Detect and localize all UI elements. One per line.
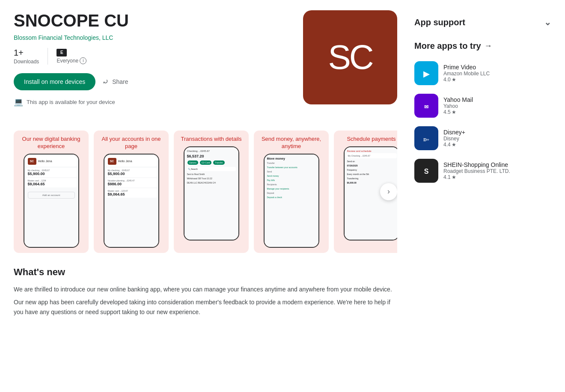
screenshot-card-4: Send money, anywhere, anytime Move money…	[254, 131, 329, 253]
screenshot-card-1: Our new digital banking experience SC He…	[14, 131, 89, 253]
screenshot-label-4: Send money, anywhere, anytime	[259, 136, 324, 150]
screenshot-label-3: Transactions with details	[181, 136, 242, 143]
app-developer[interactable]: Blossom Financial Technologies, LLC	[14, 34, 289, 41]
screenshots-next-button[interactable]: ›	[380, 183, 397, 200]
yahoo-mail-name: Yahoo Mail	[443, 96, 551, 103]
device-icon: 💻	[14, 97, 23, 107]
whats-new-section: What's new We are thrilled to introduce …	[14, 267, 397, 317]
shein-rating: 4.1 ★	[443, 174, 551, 180]
screenshot-label-1: Our new digital banking experience	[19, 136, 83, 150]
sidebar: App support ⌄ More apps to try → ▶ Prime…	[414, 10, 551, 330]
prime-logo-svg: ▶	[418, 65, 435, 82]
prime-video-rating: 4.0 ★	[443, 77, 551, 83]
prime-video-developer: Amazon Mobile LLC	[443, 71, 551, 77]
recommended-apps-list: ▶ Prime Video Amazon Mobile LLC 4.0 ★	[414, 58, 551, 186]
screenshot-phone-1: SC Hello Jena My checking ...0245.67 $5,…	[24, 154, 79, 248]
app-support-section: App support ⌄	[414, 17, 551, 27]
shein-icon: S	[414, 159, 438, 183]
app-support-chevron[interactable]: ⌄	[544, 17, 551, 27]
disney-star: ★	[452, 142, 456, 148]
shein-star: ★	[452, 174, 456, 180]
disney-developer: Disney	[443, 136, 551, 142]
svg-text:S: S	[424, 168, 429, 175]
app-info: SNOCOPE CU Blossom Financial Technologie…	[14, 10, 289, 120]
svg-text:▶: ▶	[423, 70, 430, 78]
disney-logo-svg: D+	[418, 130, 435, 147]
rating-stat: E Everyone i	[48, 49, 95, 64]
yahoo-mail-star: ★	[452, 109, 456, 115]
yahoo-logo-svg: ✉	[418, 97, 435, 114]
svg-text:D+: D+	[423, 137, 429, 142]
shein-info: SHEIN-Shopping Online Roadget Business P…	[443, 161, 551, 180]
svg-text:✉: ✉	[424, 104, 428, 110]
esrb-icon: E	[56, 49, 67, 56]
share-button[interactable]: ⤾ Share	[102, 77, 128, 86]
prime-video-info: Prime Video Amazon Mobile LLC 4.0 ★	[443, 64, 551, 83]
screenshot-phone-3: Checking ...0245.67 $6,537.20 Options CD…	[184, 146, 239, 241]
app-item-prime-video[interactable]: ▶ Prime Video Amazon Mobile LLC 4.0 ★	[414, 58, 551, 89]
prime-video-icon: ▶	[414, 61, 438, 85]
screenshots-container: Our new digital banking experience SC He…	[14, 131, 397, 253]
shein-logo-svg: S	[418, 162, 435, 179]
install-button[interactable]: Install on more devices	[14, 73, 95, 90]
yahoo-mail-developer: Yahoo	[443, 103, 551, 109]
whats-new-title: What's new	[14, 267, 397, 278]
screenshots-section: Our new digital banking experience SC He…	[14, 131, 397, 253]
main-content: SNOCOPE CU Blossom Financial Technologie…	[14, 10, 397, 330]
yahoo-mail-icon: ✉	[414, 94, 438, 118]
downloads-value: 1+	[14, 48, 39, 58]
prime-video-name: Prime Video	[443, 64, 551, 71]
disney-name: Disney+	[443, 129, 551, 136]
disney-icon: D+	[414, 126, 438, 150]
app-stats: 1+ Downloads E Everyone i	[14, 48, 289, 65]
prime-video-star: ★	[452, 77, 456, 83]
action-buttons: Install on more devices ⤾ Share	[14, 73, 289, 90]
screenshot-label-2: All your accounts in one page	[99, 136, 164, 150]
more-apps-arrow[interactable]: →	[485, 42, 492, 50]
screenshot-label-5: Schedule payments	[347, 136, 396, 143]
whats-new-paragraph1: We are thrilled to introduce our new onl…	[14, 285, 397, 294]
shein-developer: Roadget Business PTE. LTD.	[443, 168, 551, 174]
downloads-stat: 1+ Downloads	[14, 48, 48, 65]
app-icon: SC	[303, 10, 397, 104]
esrb-badge: E	[56, 49, 86, 56]
whats-new-paragraph2: Our new app has been carefully developed…	[14, 297, 397, 317]
app-item-disney[interactable]: D+ Disney+ Disney 4.4 ★	[414, 123, 551, 154]
rating-info-icon[interactable]: i	[80, 57, 86, 64]
screenshot-phone-2: SC Hello Jena My checking ...0245.67 $5,…	[104, 154, 159, 248]
disney-info: Disney+ Disney 4.4 ★	[443, 129, 551, 148]
share-icon: ⤾	[102, 77, 109, 86]
app-header: SNOCOPE CU Blossom Financial Technologie…	[14, 10, 397, 120]
shein-name: SHEIN-Shopping Online	[443, 161, 551, 168]
app-item-shein[interactable]: S SHEIN-Shopping Online Roadget Business…	[414, 155, 551, 186]
app-icon-text: SC	[328, 38, 372, 77]
more-apps-header: More apps to try →	[414, 41, 551, 51]
yahoo-mail-info: Yahoo Mail Yahoo 4.5 ★	[443, 96, 551, 115]
screenshot-phone-4: Move money Transfer Transfer between you…	[264, 154, 319, 248]
app-item-yahoo-mail[interactable]: ✉ Yahoo Mail Yahoo 4.5 ★	[414, 90, 551, 121]
downloads-label: Downloads	[14, 59, 39, 65]
yahoo-mail-rating: 4.5 ★	[443, 109, 551, 115]
device-available: 💻 This app is available for your device	[14, 97, 289, 107]
app-title: SNOCOPE CU	[14, 10, 289, 31]
screenshot-card-3: Transactions with details Checking ...02…	[174, 131, 249, 253]
screenshot-card-2: All your accounts in one page SC Hello J…	[94, 131, 169, 253]
rating-label: Everyone i	[56, 57, 86, 64]
disney-rating: 4.4 ★	[443, 142, 551, 148]
